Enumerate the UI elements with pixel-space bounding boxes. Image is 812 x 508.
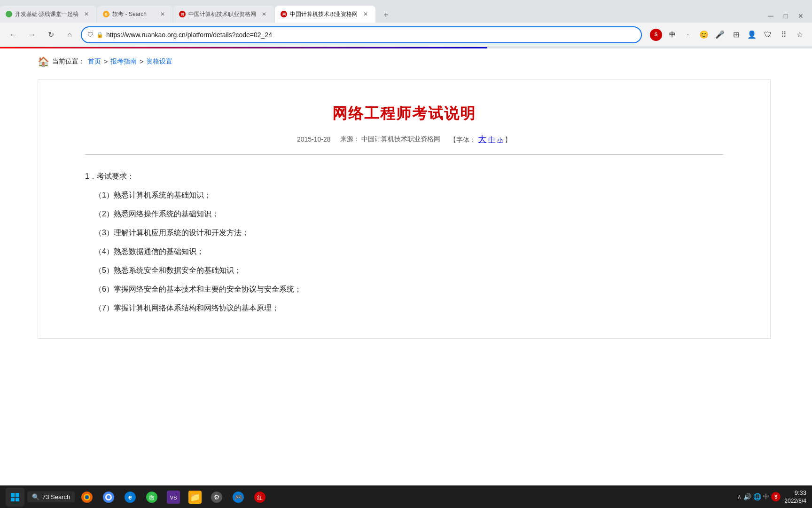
article-divider xyxy=(85,154,723,155)
tab-4[interactable]: 网 中国计算机技术职业资格网 ✕ xyxy=(275,6,375,23)
taskbar-wechat-icon[interactable]: 微 xyxy=(142,488,161,507)
taskbar-red-icon[interactable]: 红 xyxy=(250,488,269,507)
taskbar-game-icon[interactable]: 🎮 xyxy=(229,488,248,507)
forward-button[interactable]: → xyxy=(24,27,39,42)
maximize-button[interactable]: □ xyxy=(779,9,792,23)
clock-date: 2022/8/4 xyxy=(784,497,806,505)
breadcrumb: 🏠 当前位置： 首页 > 报考指南 > 资格设置 xyxy=(0,48,812,75)
start-button[interactable] xyxy=(6,488,24,507)
taskbar-search-icon: 🔍 xyxy=(32,493,39,500)
svg-rect-6 xyxy=(11,493,15,497)
list-item-6: （6）掌握网络安全的基本技术和主要的安全协议与安全系统； xyxy=(94,282,723,297)
tab1-favicon xyxy=(6,11,12,17)
tab-1[interactable]: 开发基础·源线课堂一起稿 ✕ xyxy=(0,6,96,23)
svg-text:🎮: 🎮 xyxy=(234,493,243,501)
address-bar-row: ← → ↻ ⌂ 🛡 🔒 S 中 · 😊 🎤 ⊞ 👤 🛡 ⠿ ☆ xyxy=(0,23,812,47)
close-window-button[interactable]: ✕ xyxy=(794,9,807,23)
svg-rect-9 xyxy=(16,498,19,501)
clock[interactable]: 9:33 2022/8/4 xyxy=(784,489,806,505)
tab4-close[interactable]: ✕ xyxy=(361,10,370,18)
dot-icon[interactable]: · xyxy=(681,28,695,41)
font-small[interactable]: 小 xyxy=(497,137,503,143)
svg-rect-7 xyxy=(16,493,19,497)
home-icon[interactable]: 🏠 xyxy=(38,56,49,67)
mic-icon[interactable]: 🎤 xyxy=(713,28,726,41)
sogou-icon: S xyxy=(650,29,662,41)
svg-text:S: S xyxy=(105,12,108,16)
new-tab-button[interactable]: + xyxy=(378,8,393,23)
taskbar-right: ∧ 🔊 🌐 中 S 9:33 2022/8/4 xyxy=(737,489,806,505)
taskbar-firefox-icon[interactable] xyxy=(78,488,96,507)
svg-point-12 xyxy=(85,495,89,499)
tab2-favicon: S xyxy=(103,11,109,17)
tab4-label: 中国计算机技术职业资格网 xyxy=(290,10,358,18)
breadcrumb-sep2: > xyxy=(140,58,143,65)
tab3-favicon: 网 xyxy=(179,11,186,17)
person-icon[interactable]: 👤 xyxy=(745,28,758,41)
sogou-tray-icon[interactable]: S xyxy=(771,492,781,501)
tab-bar: 开发基础·源线课堂一起稿 ✕ S 软考 - Search ✕ 网 中国计算机技术… xyxy=(0,0,812,23)
taskbar-search-text: 73 Search xyxy=(42,493,70,500)
reload-button[interactable]: ↻ xyxy=(43,27,58,42)
font-medium[interactable]: 中 xyxy=(488,135,495,143)
volume-icon[interactable]: 🔊 xyxy=(743,493,751,500)
list-item-4: （4）熟悉数据通信的基础知识； xyxy=(94,244,723,259)
tab3-label: 中国计算机技术职业资格网 xyxy=(188,10,256,18)
chinese-input-icon[interactable]: 中 xyxy=(665,28,679,41)
svg-text:⚙: ⚙ xyxy=(214,493,220,501)
grid-icon[interactable]: ⊞ xyxy=(729,28,742,41)
svg-point-15 xyxy=(107,495,110,499)
minimize-button[interactable]: ─ xyxy=(764,9,777,23)
tab2-close[interactable]: ✕ xyxy=(158,10,167,18)
font-large[interactable]: 大 xyxy=(478,135,486,144)
home-button[interactable]: ⌂ xyxy=(62,27,77,42)
clock-time: 9:33 xyxy=(784,489,806,497)
breadcrumb-prefix: 当前位置： xyxy=(52,57,85,66)
taskbar: 🔍 73 Search e 微 VS 📁 ⚙ 🎮 红 xyxy=(0,485,812,508)
back-button[interactable]: ← xyxy=(6,27,21,42)
shield-icon2[interactable]: 🛡 xyxy=(761,28,774,41)
article-font-ctrl: 【字体： 大 中 小 】 xyxy=(450,134,511,145)
svg-text:e: e xyxy=(128,493,132,501)
network-icon[interactable]: 🌐 xyxy=(753,493,761,500)
chevron-up-icon[interactable]: ∧ xyxy=(737,493,742,500)
tab-3[interactable]: 网 中国计算机技术职业资格网 ✕ xyxy=(173,6,274,23)
svg-text:网: 网 xyxy=(282,13,286,16)
taskbar-edge-icon[interactable]: e xyxy=(121,488,140,507)
star-icon[interactable]: ☆ xyxy=(793,28,806,41)
emoji-icon[interactable]: 😊 xyxy=(697,28,710,41)
tab4-favicon: 网 xyxy=(281,11,287,17)
article-source: 中国计算机技术职业资格网 xyxy=(361,135,440,143)
breadcrumb-current-link[interactable]: 资格设置 xyxy=(146,57,172,66)
tab2-label: 软考 - Search xyxy=(112,10,155,18)
url-input[interactable] xyxy=(106,31,635,39)
ime-icon[interactable]: 中 xyxy=(763,492,769,501)
list-item-7: （7）掌握计算机网络体系结构和网络协议的基本原理； xyxy=(94,301,723,316)
taskbar-search-bar[interactable]: 🔍 73 Search xyxy=(27,492,75,502)
taskbar-explorer-icon[interactable]: 📁 xyxy=(186,488,204,507)
sogou-toolbar-icon[interactable]: S xyxy=(649,28,663,41)
sys-tray-icons: ∧ 🔊 🌐 中 S xyxy=(737,492,781,501)
tab-2[interactable]: S 软考 - Search ✕ xyxy=(97,6,172,23)
breadcrumb-sep1: > xyxy=(104,58,108,65)
svg-text:微: 微 xyxy=(149,494,155,501)
tab1-label: 开发基础·源线课堂一起稿 xyxy=(15,10,78,18)
svg-text:网: 网 xyxy=(181,13,184,16)
taskbar-chrome-icon[interactable] xyxy=(99,488,118,507)
article-date: 2015-10-28 xyxy=(297,135,331,143)
svg-text:📁: 📁 xyxy=(190,492,201,502)
list-item-3: （3）理解计算机应用系统的设计和开发方法； xyxy=(94,225,723,240)
list-item-5: （5）熟悉系统安全和数据安全的基础知识； xyxy=(94,263,723,278)
apps-icon[interactable]: ⠿ xyxy=(777,28,790,41)
taskbar-settings-icon[interactable]: ⚙ xyxy=(207,488,226,507)
taskbar-vs-icon[interactable]: VS xyxy=(164,488,183,507)
breadcrumb-guide-link[interactable]: 报考指南 xyxy=(110,57,137,66)
article-source-label: 来源： 中国计算机技术职业资格网 xyxy=(340,135,441,143)
tab3-close[interactable]: ✕ xyxy=(260,10,268,18)
address-bar[interactable]: 🛡 🔒 xyxy=(81,26,642,43)
tab1-close[interactable]: ✕ xyxy=(82,10,91,18)
windows-icon xyxy=(10,492,20,502)
article-meta: 2015-10-28 来源： 中国计算机技术职业资格网 【字体： 大 中 小 】 xyxy=(85,134,723,145)
lock-icon2: 🔒 xyxy=(96,32,103,38)
breadcrumb-home-link[interactable]: 首页 xyxy=(88,57,101,66)
